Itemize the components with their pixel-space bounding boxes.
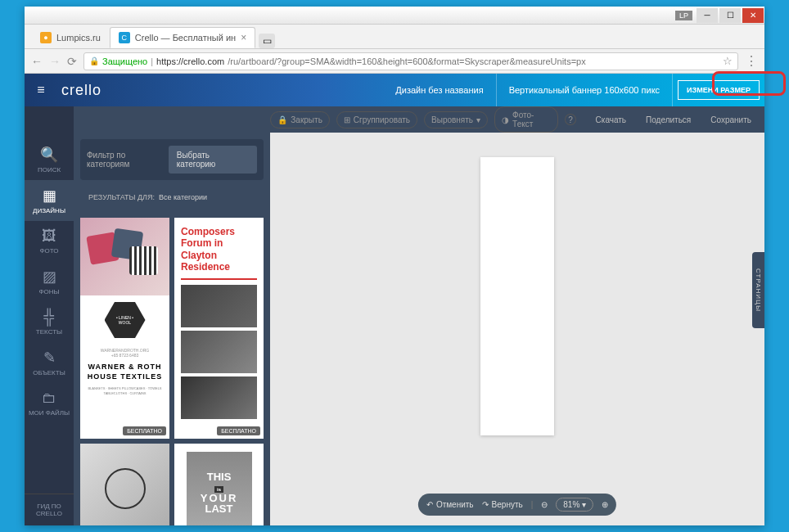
- url-input[interactable]: 🔒 Защищено | https://crello.com/ru/artbo…: [83, 52, 738, 70]
- info-icon[interactable]: ?: [565, 114, 575, 125]
- photo-icon: 🖼: [25, 228, 74, 245]
- save-link[interactable]: Сохранить: [704, 115, 758, 124]
- free-badge: БЕСПЛАТНО: [123, 426, 166, 435]
- nav-texts[interactable]: ╬ТЕКСТЫ: [25, 302, 74, 342]
- nav-backgrounds[interactable]: ▨ФОНЫ: [25, 261, 74, 302]
- hex-badge: • LINEN •WOOL: [105, 302, 146, 338]
- url-path: /ru/artboard/?group=SMA&width=160&height…: [228, 56, 586, 66]
- tab-label: Lumpics.ru: [56, 33, 101, 43]
- group-button[interactable]: ⊞Сгруппировать: [336, 111, 417, 128]
- app-header: ≡ crello Дизайн без названия Вертикальны…: [25, 74, 764, 106]
- zoom-level[interactable]: 81% ▾: [556, 498, 593, 512]
- template-card[interactable]: [80, 444, 169, 525]
- zoom-out-button[interactable]: ⊖: [541, 500, 548, 509]
- layout-icon: ▦: [25, 187, 74, 205]
- zoom-in-button[interactable]: ⊕: [602, 500, 608, 509]
- browser-menu-icon[interactable]: ⋮: [745, 53, 758, 69]
- toolbar: 🔒Закрыть ⊞Сгруппировать Выровнять▾ ◑Фото…: [74, 106, 764, 133]
- search-icon: 🔍: [25, 146, 74, 164]
- browser-tab-crello[interactable]: C Crello — Бесплатный ин ×: [110, 27, 255, 48]
- window-maximize[interactable]: ☐: [719, 8, 741, 23]
- template-card[interactable]: • LINEN •WOOL WARNERANDROTH.ORG +65 8723…: [80, 218, 169, 439]
- chevron-down-icon: ▾: [476, 115, 480, 124]
- lock-button[interactable]: 🔒Закрыть: [270, 111, 330, 128]
- browser-tab-lumpics[interactable]: ● Lumpics.ru: [31, 27, 110, 48]
- share-link[interactable]: Поделиться: [639, 115, 697, 124]
- free-badge: БЕСПЛАТНО: [217, 426, 260, 435]
- choose-category-button[interactable]: Выбрать категорию: [169, 146, 257, 174]
- browser-tabbar: ● Lumpics.ru C Crello — Бесплатный ин × …: [25, 25, 764, 49]
- url-host: https://crello.com: [156, 56, 224, 66]
- text-icon: ╬: [25, 309, 74, 326]
- new-tab-button[interactable]: ▭: [259, 34, 275, 48]
- filter-row: Фильтр по категориям Выбрать категорию: [80, 139, 264, 180]
- tab-label: Crello — Бесплатный ин: [135, 33, 236, 43]
- redo-button[interactable]: ↷Вернуть: [482, 500, 523, 509]
- crello-logo[interactable]: crello: [61, 82, 101, 99]
- background-icon: ▨: [25, 268, 74, 286]
- menu-icon[interactable]: ≡: [25, 83, 57, 97]
- objects-icon: ✎: [25, 349, 74, 367]
- nav-myfiles[interactable]: 🗀МОИ ФАЙЛЫ: [25, 383, 74, 423]
- window-minimize[interactable]: ─: [697, 8, 718, 23]
- nav-back-icon[interactable]: ←: [31, 55, 43, 68]
- nav-reload-icon[interactable]: ⟳: [67, 55, 77, 68]
- design-name[interactable]: Дизайн без названия: [383, 74, 496, 106]
- bottom-toolbar: ↶Отменить ↷Вернуть | ⊖ 81% ▾ ⊕: [418, 494, 616, 516]
- group-icon: ⊞: [344, 115, 350, 124]
- nav-photo[interactable]: 🖼ФОТО: [25, 221, 74, 261]
- folder-icon: 🗀: [25, 390, 74, 407]
- artboard[interactable]: [480, 157, 554, 435]
- align-button[interactable]: Выровнять▾: [424, 111, 488, 128]
- side-nav: 🔍ПОИСК ▦ДИЗАЙНЫ 🖼ФОТО ▨ФОНЫ ╬ТЕКСТЫ ✎ОБЪ…: [25, 133, 74, 525]
- undo-button[interactable]: ↶Отменить: [426, 500, 474, 509]
- canvas-area[interactable]: ↶Отменить ↷Вернуть | ⊖ 81% ▾ ⊕: [270, 133, 764, 525]
- redo-icon: ↷: [482, 500, 489, 509]
- lock-icon: 🔒: [277, 115, 287, 124]
- nav-designs[interactable]: ▦ДИЗАЙНЫ: [25, 180, 74, 221]
- tab-close-icon[interactable]: ×: [241, 32, 246, 43]
- bookmark-icon[interactable]: ☆: [723, 55, 733, 67]
- undo-icon: ↶: [426, 500, 433, 509]
- format-label: Вертикальный баннер 160x600 пикс: [497, 74, 673, 106]
- pages-tab[interactable]: СТРАНИЦЫ: [752, 252, 764, 328]
- templates-panel: Фильтр по категориям Выбрать категорию Р…: [74, 133, 270, 525]
- lock-icon: 🔒: [89, 56, 99, 65]
- resize-button[interactable]: ИЗМЕНИ РАЗМЕР: [678, 80, 760, 100]
- nav-objects[interactable]: ✎ОБЪЕКТЫ: [25, 342, 74, 383]
- phototext-icon: ◑: [502, 115, 509, 124]
- guide-link[interactable]: ГИД ПО CRELLO: [25, 494, 74, 525]
- favicon-icon: ●: [40, 32, 52, 43]
- phototext-button[interactable]: ◑Фото-Текст: [494, 106, 558, 133]
- template-card[interactable]: Composers Forum in Clayton Residence БЕС…: [174, 218, 264, 439]
- nav-forward-icon[interactable]: →: [49, 55, 61, 68]
- results-label: РЕЗУЛЬТАТЫ ДЛЯ: Все категории: [87, 190, 209, 208]
- filter-label: Фильтр по категориям: [87, 151, 169, 169]
- favicon-icon: C: [119, 32, 130, 43]
- template-card[interactable]: THIS is YOUR LAST: [174, 444, 264, 525]
- lp-badge: LP: [675, 11, 692, 20]
- window-close[interactable]: ✕: [742, 8, 764, 23]
- window-titlebar: LP ─ ☐ ✕: [25, 7, 764, 25]
- download-link[interactable]: Скачать: [589, 115, 633, 124]
- secure-label: Защищено: [102, 56, 147, 66]
- address-bar: ← → ⟳ 🔒 Защищено | https://crello.com/ru…: [25, 49, 764, 74]
- nav-search[interactable]: 🔍ПОИСК: [25, 139, 74, 180]
